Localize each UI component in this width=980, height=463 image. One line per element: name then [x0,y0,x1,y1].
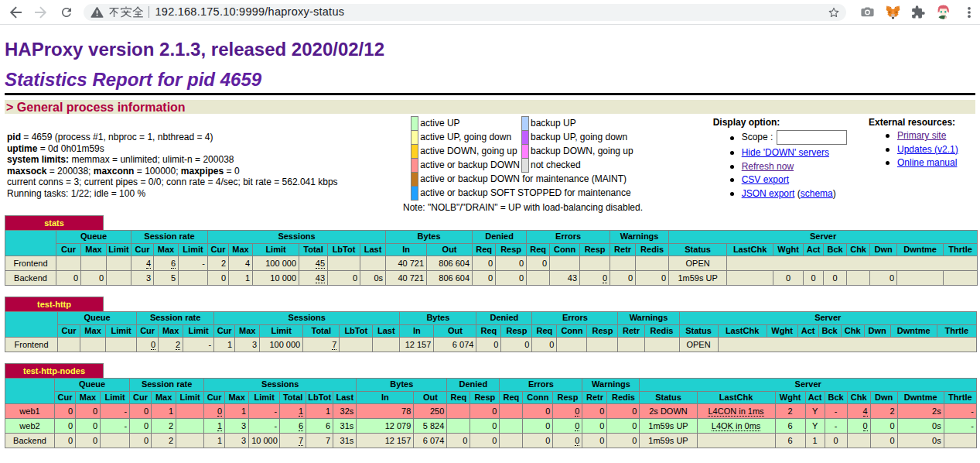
display-option-item: Refresh now [742,161,848,173]
stat-cell: 7 [303,338,340,352]
section-heading: > General process information [5,100,975,115]
column-header: Limit [107,243,131,256]
process-info-text: = 0 [224,166,239,177]
stat-cell: Y [805,404,825,419]
back-button[interactable] [9,5,22,19]
external-resources-list: Primary siteUpdates (v2.1)Online manual [869,130,958,169]
row-label[interactable]: Frontend [5,256,56,271]
process-info-text: = 0d 0h01m59s [37,143,104,154]
stat-cell [58,338,80,352]
camera-extension-icon[interactable] [859,5,875,20]
stat-cell: 3 [225,419,249,434]
stat-cell [636,256,669,271]
haproxy-stats-page: HAProxy version 2.1.3, released 2020/02/… [5,39,975,448]
column-header: Total [303,324,340,338]
stat-cell [176,419,204,434]
stat-cell: 3 [235,338,260,352]
column-header: Max [159,324,183,338]
proxy-table-test-http: test-httpQueueSession rateSessionsBytesD… [5,297,975,352]
extensions-puzzle-icon[interactable] [910,5,926,20]
stat-cell: 7 [280,434,306,448]
stat-cell: 0 [473,256,496,271]
stat-cell [718,338,976,352]
metamask-extension-icon[interactable] [885,5,900,20]
legend-label: not checked [528,159,634,173]
stat-cell: 0 [496,256,527,271]
option-link[interactable]: Updates (v2.1) [897,144,958,155]
stat-cell: 3 [225,434,249,448]
stat-cell [176,434,204,448]
option-link[interactable]: Refresh now [742,161,794,172]
forward-button[interactable] [34,5,48,19]
url-text[interactable]: 192.168.175.10:9999/haproxy-status [155,5,345,18]
column-header: Max [229,243,253,256]
scope-input[interactable] [777,130,847,145]
row-label[interactable]: Backend [5,434,55,448]
column-group-server: Server [669,231,978,244]
column-header: Chk [841,324,864,338]
stat-cell: 2 [159,338,183,352]
stat-cell: 0 [523,404,553,419]
stat-cell: 5 [154,271,179,286]
stat-cell: 0 [773,271,804,286]
stat-cell: 6 [775,434,805,448]
option-link[interactable]: JSON export [742,188,795,199]
proxy-name[interactable]: test-http [5,297,104,312]
stat-cell: 0 [55,434,76,448]
proxy-name[interactable]: stats [5,216,104,231]
option-link[interactable]: schema [801,188,833,199]
bookmark-star-icon[interactable] [828,6,840,19]
option-link[interactable]: Hide 'DOWN' servers [742,147,829,158]
column-header: Status [669,243,727,256]
stat-cell: 0 [447,434,470,448]
process-info-text: current conns = 3; current pipes = 0/0; … [7,177,338,187]
column-group-queue: Queue [56,231,131,244]
security-warning-icon[interactable] [90,6,104,18]
profile-avatar[interactable] [935,5,951,20]
stat-cell [360,256,386,271]
process-info-section: pid = 4659 (process #1, nbproc = 1, nbth… [5,114,975,215]
legend-label: active or backup SOFT STOPPED for mainte… [418,187,635,201]
stat-cell [447,404,470,419]
proxy-name[interactable]: test-http-nodes [5,364,104,379]
stat-cell: 250 [414,404,447,419]
column-header: Dwntme [897,243,944,256]
column-header: Out [434,324,476,338]
stat-cell: 0 [527,256,550,271]
row-label[interactable]: Frontend [5,338,58,352]
option-link[interactable]: Primary site [897,130,946,141]
stat-cell: 1m59s UP [640,434,697,448]
stat-cell: 6 [306,419,333,434]
back-arrow-icon [9,5,22,19]
row-label[interactable]: web2 [5,419,55,434]
stat-cell: 5 824 [414,419,447,434]
page-subtitle: Statistics Report for pid 4659 [5,69,975,91]
stat-cell [580,256,610,271]
process-info-text: Running tasks: 1/22; idle = 100 % [7,188,145,199]
stat-cell: - [249,404,280,419]
reload-button[interactable] [60,5,73,19]
stat-cell: 0 [130,434,152,448]
security-label [109,6,143,18]
stat-cell: 1 [214,338,235,352]
stat-cell: - [183,338,214,352]
stat-cell [847,434,870,448]
stat-cell: 0s [897,434,944,448]
column-header: Limit [101,391,130,404]
row-label[interactable]: web1 [5,404,55,419]
option-link[interactable]: Online manual [897,157,957,168]
stat-cell: 0 [804,271,824,286]
menu-dots-icon[interactable] [961,5,977,20]
page-title[interactable]: HAProxy version 2.1.3, released 2020/02/… [5,39,975,60]
stat-cell: 1 [204,419,225,434]
option-link[interactable]: CSV export [742,174,789,185]
address-bar[interactable]: 192.168.175.10:9999/haproxy-status [84,4,846,21]
legend-color-swatch [521,131,528,145]
row-label[interactable]: Backend [5,271,56,286]
stat-cell: 1m59s UP [669,271,727,286]
legend-color-swatch [411,131,418,145]
column-header: Cur [56,243,81,256]
column-header: In [386,243,427,256]
stat-cell: L4CON in 1ms [697,404,775,419]
legend-color-swatch [411,173,418,187]
